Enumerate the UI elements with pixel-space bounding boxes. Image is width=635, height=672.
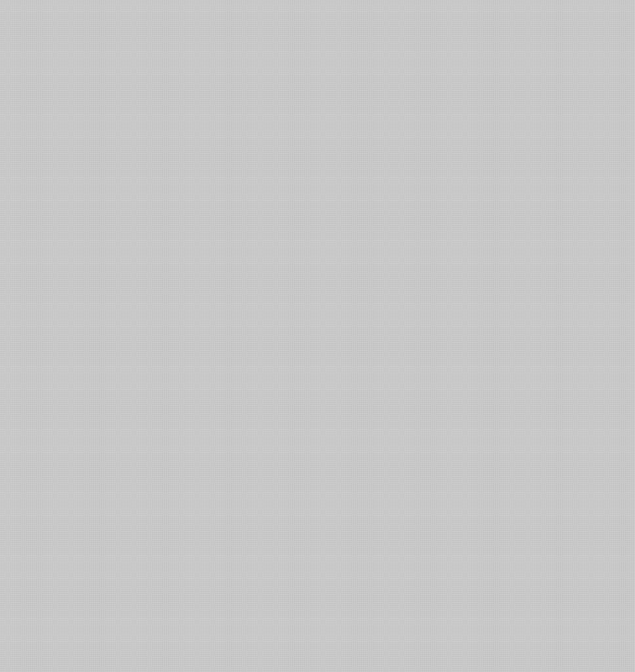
astro-map-canvas[interactable] [0, 0, 635, 672]
